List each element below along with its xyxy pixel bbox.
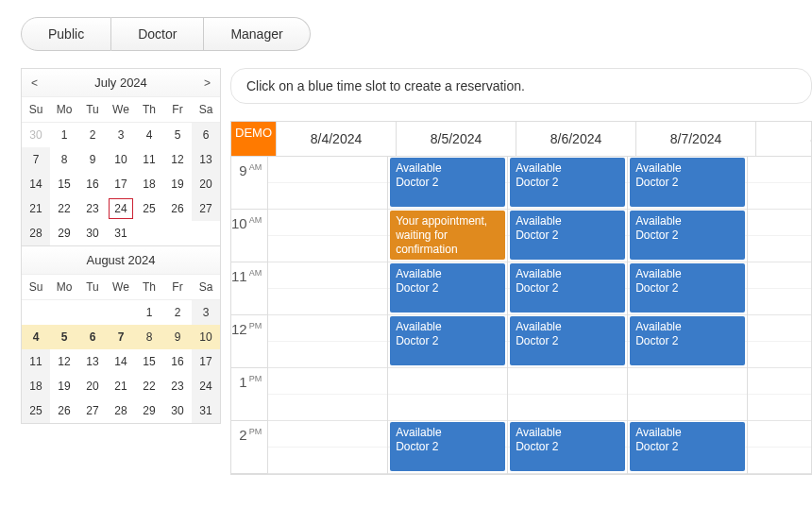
- minical-day[interactable]: 2: [78, 123, 107, 148]
- minical-day[interactable]: 17: [107, 172, 135, 196]
- minical-day[interactable]: 6: [192, 123, 220, 148]
- minical-day[interactable]: 4: [135, 123, 163, 148]
- minical-day[interactable]: 14: [22, 172, 50, 196]
- minical-day[interactable]: 29: [50, 221, 78, 245]
- day-header[interactable]: 8/7/2024: [635, 122, 755, 156]
- day-column[interactable]: AvailableDoctor 2AvailableDoctor 2Availa…: [507, 157, 627, 474]
- minical-day[interactable]: 22: [50, 196, 78, 221]
- minical-day[interactable]: 25: [22, 398, 50, 423]
- minical-day[interactable]: 10: [107, 147, 135, 172]
- tab-manager[interactable]: Manager: [204, 17, 310, 51]
- minical-day[interactable]: 29: [135, 398, 163, 423]
- minical-day[interactable]: 21: [22, 196, 50, 221]
- slot-available[interactable]: AvailableDoctor 2: [630, 211, 745, 260]
- day-header[interactable]: 8/: [755, 122, 812, 156]
- day-column[interactable]: [267, 157, 387, 474]
- minical-day[interactable]: 16: [78, 172, 107, 196]
- minical-day[interactable]: 24: [107, 196, 135, 221]
- minical-day: [192, 221, 220, 245]
- slot-available[interactable]: AvailableDoctor 2: [390, 422, 505, 471]
- minical-day[interactable]: 23: [78, 196, 107, 221]
- slot-available[interactable]: AvailableDoctor 2: [510, 211, 625, 260]
- minical-day[interactable]: 27: [192, 196, 220, 221]
- minical-day[interactable]: 5: [50, 325, 78, 349]
- minical-day[interactable]: 10: [192, 325, 220, 349]
- minical-day[interactable]: 24: [192, 374, 220, 398]
- weekday-label: Mo: [50, 97, 78, 123]
- minical-day[interactable]: 19: [163, 172, 192, 196]
- slot-available[interactable]: AvailableDoctor 2: [630, 316, 745, 365]
- minical-day[interactable]: 15: [135, 349, 163, 374]
- slot-available[interactable]: AvailableDoctor 2: [390, 316, 505, 365]
- slot-available[interactable]: AvailableDoctor 2: [510, 263, 625, 313]
- minical-day[interactable]: 19: [50, 374, 78, 398]
- minical-day[interactable]: 5: [163, 123, 192, 148]
- minical-day[interactable]: 14: [107, 349, 135, 374]
- minical-day[interactable]: 22: [135, 374, 163, 398]
- minical-day[interactable]: 16: [163, 349, 192, 374]
- slot-available[interactable]: AvailableDoctor 2: [510, 158, 625, 207]
- minical-day[interactable]: 30: [22, 123, 50, 148]
- minical-day[interactable]: 8: [135, 325, 163, 349]
- slot-available[interactable]: AvailableDoctor 2: [630, 158, 745, 207]
- minical-day[interactable]: 28: [22, 221, 50, 245]
- slot-available[interactable]: AvailableDoctor 2: [510, 316, 625, 365]
- minical-day[interactable]: 26: [50, 398, 78, 423]
- slot-available[interactable]: AvailableDoctor 2: [390, 158, 505, 207]
- minical-day[interactable]: 9: [78, 147, 107, 172]
- slot-pending[interactable]: Your appointment,waiting forconfirmation: [390, 211, 505, 260]
- minical-day[interactable]: 27: [78, 398, 107, 423]
- minical-day[interactable]: 1: [135, 300, 163, 326]
- minical-day[interactable]: 8: [50, 147, 78, 172]
- minical-day[interactable]: 9: [163, 325, 192, 349]
- day-header[interactable]: 8/4/2024: [276, 122, 396, 156]
- minical-day[interactable]: 11: [135, 147, 163, 172]
- tab-public[interactable]: Public: [21, 17, 111, 51]
- minical-day[interactable]: 1: [50, 123, 78, 148]
- minical-day[interactable]: 20: [78, 374, 107, 398]
- minical-day[interactable]: 23: [163, 374, 192, 398]
- tab-doctor[interactable]: Doctor: [111, 17, 204, 51]
- minical-day: [135, 221, 163, 245]
- minical-day[interactable]: 4: [22, 325, 50, 349]
- minical-day[interactable]: 15: [50, 172, 78, 196]
- slot-available[interactable]: AvailableDoctor 2: [390, 263, 505, 313]
- day-column[interactable]: AvailableDoctor 2AvailableDoctor 2Availa…: [627, 157, 747, 474]
- minical-day[interactable]: 7: [107, 325, 135, 349]
- minical-day[interactable]: 18: [22, 374, 50, 398]
- minical-next[interactable]: >: [195, 76, 220, 90]
- minical-day[interactable]: 30: [78, 221, 107, 245]
- day-header[interactable]: 8/6/2024: [516, 122, 635, 156]
- minical-day[interactable]: 3: [107, 123, 135, 148]
- minical-day[interactable]: 31: [192, 398, 220, 423]
- slot-available[interactable]: AvailableDoctor 2: [630, 422, 745, 471]
- minical-day[interactable]: 12: [50, 349, 78, 374]
- slot-available[interactable]: AvailableDoctor 2: [630, 263, 745, 313]
- minical-day[interactable]: 6: [78, 325, 107, 349]
- scheduler-body: 9AM10AM11AM12PM1PM2PMAvailableDoctor 2Yo…: [231, 157, 811, 474]
- minical-day[interactable]: 30: [163, 398, 192, 423]
- minical-day[interactable]: 7: [22, 147, 50, 172]
- minical-day[interactable]: 18: [135, 172, 163, 196]
- minical-prev[interactable]: <: [22, 76, 47, 90]
- minical-day[interactable]: 31: [107, 221, 135, 245]
- day-column[interactable]: AvailableDoctor 2Your appointment,waitin…: [387, 157, 507, 474]
- minical-day[interactable]: 2: [163, 300, 192, 326]
- minical-day[interactable]: 3: [192, 300, 220, 326]
- mini-calendars: <July 2024>SuMoTuWeThFrSa301234567891011…: [21, 68, 221, 475]
- minical-day[interactable]: 21: [107, 374, 135, 398]
- minical-day[interactable]: 25: [135, 196, 163, 221]
- minical-day[interactable]: 12: [163, 147, 192, 172]
- minical-day[interactable]: 17: [192, 349, 220, 374]
- minical-day[interactable]: 26: [163, 196, 192, 221]
- minical-day[interactable]: 20: [192, 172, 220, 196]
- minical-day[interactable]: 13: [78, 349, 107, 374]
- minical-day[interactable]: 28: [107, 398, 135, 423]
- weekday-label: Sa: [192, 97, 220, 123]
- day-header[interactable]: 8/5/2024: [396, 122, 516, 156]
- minical-day[interactable]: 13: [192, 147, 220, 172]
- slot-available[interactable]: AvailableDoctor 2: [510, 422, 625, 471]
- minical-day: [163, 221, 192, 245]
- minical-day[interactable]: 11: [22, 349, 50, 374]
- day-column[interactable]: [747, 157, 812, 474]
